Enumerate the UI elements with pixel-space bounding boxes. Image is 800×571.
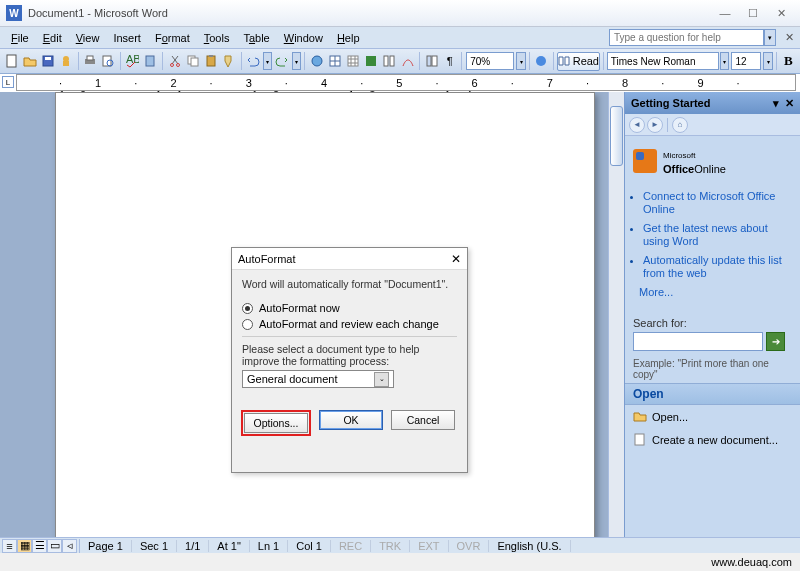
link-auto-update[interactable]: Automatically update this list from the …	[643, 254, 782, 279]
vertical-scrollbar[interactable]	[608, 92, 624, 537]
menu-view[interactable]: View	[69, 30, 107, 46]
redo-dropdown[interactable]: ▾	[292, 52, 302, 70]
search-input[interactable]	[633, 332, 763, 351]
status-ext[interactable]: EXT	[410, 540, 448, 552]
home-icon[interactable]: ⌂	[672, 117, 688, 133]
minimize-button[interactable]: —	[712, 4, 738, 22]
status-rec[interactable]: REC	[331, 540, 371, 552]
font-size-selector[interactable]	[731, 52, 761, 70]
view-outline[interactable]: ☰	[32, 539, 47, 553]
title-bar: W Document1 - Microsoft Word — ☐ ✕	[0, 0, 800, 27]
new-doc-icon[interactable]	[3, 51, 20, 71]
undo-dropdown[interactable]: ▾	[263, 52, 273, 70]
close-button[interactable]: ✕	[768, 4, 794, 22]
status-at: At 1"	[209, 540, 249, 552]
read-button[interactable]: Read	[557, 52, 600, 71]
svg-rect-26	[635, 434, 644, 445]
dialog-close-icon[interactable]: ✕	[451, 252, 461, 266]
research-icon[interactable]	[142, 51, 159, 71]
status-bar: ≡ ▦ ☰ ▭ ◃ Page 1 Sec 1 1/1 At 1" Ln 1 Co…	[0, 537, 800, 553]
drawing-icon[interactable]	[399, 51, 416, 71]
view-web[interactable]: ▭	[47, 539, 62, 553]
office-online-logo: MicrosoftOfficeOnline	[625, 136, 800, 186]
dialog-titlebar[interactable]: AutoFormat ✕	[232, 248, 467, 270]
open-section-header: Open	[625, 383, 800, 405]
options-button[interactable]: Options...	[244, 413, 308, 433]
svg-rect-6	[87, 56, 93, 60]
excel-icon[interactable]	[363, 51, 380, 71]
help-icon[interactable]	[533, 51, 550, 71]
show-marks-icon[interactable]: ¶	[441, 51, 458, 71]
svg-rect-0	[7, 55, 16, 67]
menu-insert[interactable]: Insert	[106, 30, 148, 46]
create-doc-link[interactable]: Create a new document...	[625, 428, 800, 451]
paste-icon[interactable]	[202, 51, 219, 71]
back-icon[interactable]: ◄	[629, 117, 645, 133]
svg-rect-4	[63, 61, 69, 66]
link-latest-news[interactable]: Get the latest news about using Word	[643, 222, 768, 247]
undo-icon[interactable]	[245, 51, 262, 71]
redo-icon[interactable]	[273, 51, 290, 71]
doctype-dropdown[interactable]: General document ⌄	[242, 370, 394, 388]
open-icon[interactable]	[21, 51, 38, 71]
format-painter-icon[interactable]	[221, 51, 238, 71]
link-more[interactable]: More...	[639, 286, 673, 298]
copy-icon[interactable]	[184, 51, 201, 71]
status-page: Page 1	[80, 540, 132, 552]
forward-icon[interactable]: ►	[647, 117, 663, 133]
horizontal-ruler[interactable]: · 1 · 2 · 3 · 4 · 5 · 6 · 7 · 8 · 9 · 10…	[16, 74, 796, 91]
view-normal[interactable]: ≡	[2, 539, 17, 553]
ok-button[interactable]: OK	[319, 410, 383, 430]
document-area[interactable]: AutoFormat ✕ Word will automatically for…	[0, 92, 608, 537]
tab-selector[interactable]: L	[2, 76, 14, 88]
zoom-dropdown[interactable]: ▾	[516, 52, 526, 70]
menu-edit[interactable]: Edit	[36, 30, 69, 46]
doctype-prompt: Please select a document type to help im…	[242, 343, 457, 367]
print-preview-icon[interactable]	[100, 51, 117, 71]
spelling-icon[interactable]: ABC	[124, 51, 141, 71]
work-area: AutoFormat ✕ Word will automatically for…	[0, 92, 800, 537]
scrollbar-thumb[interactable]	[610, 106, 623, 166]
menu-table[interactable]: Table	[236, 30, 276, 46]
view-layout[interactable]: ▦	[17, 539, 32, 553]
status-ovr[interactable]: OVR	[449, 540, 490, 552]
font-dropdown[interactable]: ▾	[720, 52, 730, 70]
open-link[interactable]: Open...	[625, 405, 800, 428]
font-selector[interactable]	[607, 52, 719, 70]
status-language[interactable]: English (U.S.	[489, 540, 570, 552]
doc-close-button[interactable]: ✕	[782, 31, 796, 45]
radio-icon	[242, 303, 253, 314]
radio-autoformat-now[interactable]: AutoFormat now	[242, 302, 457, 314]
svg-text:ABC: ABC	[126, 54, 139, 65]
print-icon[interactable]	[82, 51, 99, 71]
doc-map-icon[interactable]	[423, 51, 440, 71]
radio-autoformat-review[interactable]: AutoFormat and review each change	[242, 318, 457, 330]
radio-icon	[242, 319, 253, 330]
search-go-button[interactable]: ➔	[766, 332, 785, 351]
tables-borders-icon[interactable]	[326, 51, 343, 71]
cancel-button[interactable]: Cancel	[391, 410, 455, 430]
permission-icon[interactable]	[58, 51, 75, 71]
view-reading[interactable]: ◃	[62, 539, 77, 553]
menu-help[interactable]: Help	[330, 30, 367, 46]
link-connect-office[interactable]: Connect to Microsoft Office Online	[643, 190, 775, 215]
zoom-input[interactable]	[466, 52, 514, 70]
menu-file[interactable]: File	[4, 30, 36, 46]
help-search-input[interactable]	[609, 29, 764, 46]
hyperlink-icon[interactable]	[308, 51, 325, 71]
columns-icon[interactable]	[381, 51, 398, 71]
menu-tools[interactable]: Tools	[197, 30, 237, 46]
cut-icon[interactable]	[166, 51, 183, 71]
save-icon[interactable]	[39, 51, 56, 71]
status-trk[interactable]: TRK	[371, 540, 410, 552]
maximize-button[interactable]: ☐	[740, 4, 766, 22]
bold-button[interactable]: B	[780, 51, 797, 71]
menu-window[interactable]: Window	[277, 30, 330, 46]
help-dropdown[interactable]: ▾	[764, 29, 776, 46]
new-doc-icon	[633, 433, 647, 446]
insert-table-icon[interactable]	[344, 51, 361, 71]
font-size-dropdown[interactable]: ▾	[763, 52, 773, 70]
taskpane-header[interactable]: Getting Started ▾ ✕	[625, 92, 800, 114]
menu-format[interactable]: Format	[148, 30, 197, 46]
taskpane-search: Search for: ➔	[625, 313, 800, 355]
